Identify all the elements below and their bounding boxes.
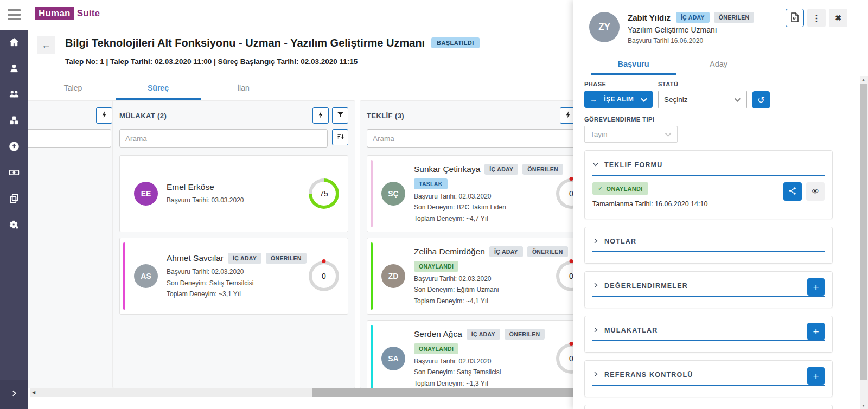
- add-evaluation-button[interactable]: +: [807, 278, 825, 296]
- column-title: TEKLİF (3): [367, 107, 557, 120]
- tab-talep[interactable]: Talep: [30, 77, 116, 100]
- panel-tabs: Başvuru Aday: [573, 54, 868, 75]
- candidate-card[interactable]: SA Serden Ağca İÇ ADAY ÖNERILEN ONAYLAND…: [367, 320, 596, 397]
- section-notes-header[interactable]: NOTLAR: [592, 237, 825, 246]
- lightning-icon: [100, 111, 108, 121]
- quick-actions-button[interactable]: [96, 107, 112, 124]
- alert-dot: [322, 259, 326, 263]
- section-underline: [592, 251, 825, 252]
- tab-ilan[interactable]: İlan: [201, 77, 286, 100]
- process-meta: Talep No: 1 | Talep Tarihi: 02.03.2020 1…: [65, 57, 358, 66]
- status-label: STATÜ: [658, 81, 747, 87]
- sidebar-item-profile[interactable]: [0, 56, 28, 82]
- candidate-card[interactable]: EE Emel Erköse Başvuru Tarihi: 03.03.202…: [119, 155, 348, 232]
- column-title: MÜLAKAT (2): [119, 107, 309, 120]
- sidebar-item-payroll[interactable]: [0, 161, 28, 187]
- sidebar-item-organization[interactable]: [0, 82, 28, 108]
- add-reference-button[interactable]: +: [807, 367, 825, 385]
- horizontal-scrollbar[interactable]: ◀: [30, 388, 573, 397]
- logo-primary: Human: [35, 7, 74, 20]
- column-teklif: TEKLİF (3) SÇ Sunkar Çetinkaya İÇ ADAY Ö…: [360, 100, 603, 388]
- last-experience: Son Deneyim: B2C Takım Lideri: [414, 202, 548, 213]
- offer-status-badge: ONAYLANDI: [414, 261, 458, 272]
- candidate-card[interactable]: ZD Zeliha Demirdöğen İÇ ADAY ÖNERILEN ON…: [367, 238, 596, 315]
- share-offer-button[interactable]: [783, 182, 802, 201]
- section-evaluations-header[interactable]: DEĞERLENDIRMELER: [592, 281, 825, 291]
- candidate-card[interactable]: SÇ Sunkar Çetinkaya İÇ ADAY ÖNERILEN TAS…: [367, 155, 596, 232]
- internal-candidate-badge: İÇ ADAY: [676, 12, 710, 23]
- candidate-avatar: ZY: [589, 12, 620, 42]
- status-dropdown[interactable]: Seçiniz: [658, 91, 747, 108]
- sort-button[interactable]: [332, 129, 348, 145]
- candidate-card[interactable]: AS Ahmet Savcılar İÇ ADAY ÖNERILEN Başvu…: [119, 238, 348, 315]
- process-tabs: Talep Süreç İlan: [30, 77, 286, 100]
- filter-icon: [336, 111, 344, 121]
- candidate-position: Yazılım Geliştirme Uzmanı: [628, 25, 717, 34]
- preview-offer-button[interactable]: 👁: [806, 182, 825, 201]
- search-input[interactable]: [119, 129, 328, 148]
- offer-approved-badge: ✓ONAYLANDI: [592, 182, 648, 195]
- section-interviews: MÜLAKATLAR +: [584, 316, 833, 353]
- home-icon: [9, 37, 20, 50]
- modules-icon: [9, 115, 20, 128]
- search-input[interactable]: [367, 129, 575, 148]
- more-options-button[interactable]: ⋮: [807, 9, 826, 27]
- application-date: Başvuru Tarihi: 02.03.2020: [167, 267, 301, 277]
- check-icon: ✓: [598, 185, 603, 192]
- export-pdf-button[interactable]: [786, 9, 804, 27]
- tab-basvuru[interactable]: Başvuru: [591, 54, 676, 75]
- candidate-name: Zabit Yıldız: [628, 13, 671, 22]
- section-interviews-header[interactable]: MÜLAKATLAR: [592, 325, 825, 335]
- add-interview-button[interactable]: +: [807, 323, 825, 340]
- status-history-button[interactable]: ↺: [752, 91, 770, 108]
- candidate-name: Sunkar Çetinkaya: [414, 164, 480, 174]
- payroll-icon: [9, 167, 20, 180]
- chevron-right-icon: [592, 281, 604, 291]
- sidebar-item-settings[interactable]: [0, 213, 28, 239]
- lightning-icon: [564, 111, 572, 121]
- internal-candidate-badge: İÇ ADAY: [228, 253, 261, 264]
- sidebar-expand-button[interactable]: [0, 380, 28, 409]
- section-reference-check-header[interactable]: REFERANS KONTROLÜ: [592, 370, 825, 380]
- chevron-right-icon: [592, 370, 604, 380]
- sidebar-item-modules[interactable]: [0, 108, 28, 135]
- sidebar-item-documents[interactable]: [0, 187, 28, 213]
- page-title: Bilgi Teknolojileri Alt Fonksiyonu - Uzm…: [65, 37, 480, 49]
- last-experience: Son Deneyim: Satış Temsilcisi: [414, 367, 548, 378]
- quick-actions-button[interactable]: [312, 107, 329, 124]
- section-offer-form-header[interactable]: TEKLIF FORMU: [592, 160, 825, 170]
- last-experience: Son Deneyim: Satış Temsilcisi: [167, 278, 301, 289]
- section-underline: [592, 296, 825, 297]
- scroll-up-arrow-icon[interactable]: ▲: [861, 78, 865, 81]
- card-color-stripe: [371, 325, 373, 392]
- section-underline: [592, 340, 825, 341]
- scroll-left-arrow-icon[interactable]: ◀: [32, 390, 35, 395]
- eye-icon: 👁: [812, 187, 819, 196]
- panel-scrollbar[interactable]: ▲ ▼: [860, 76, 868, 409]
- assignment-type-dropdown[interactable]: Tayin: [584, 126, 678, 143]
- scroll-down-arrow-icon[interactable]: ▼: [861, 404, 865, 407]
- filter-button[interactable]: [332, 107, 348, 124]
- sidebar-nav: [0, 30, 28, 409]
- sidebar-item-upload[interactable]: [0, 135, 28, 161]
- phase-label: PHASE: [584, 81, 653, 87]
- internal-candidate-badge: İÇ ADAY: [467, 329, 500, 340]
- sidebar-item-home[interactable]: [0, 30, 28, 56]
- avatar: SÇ: [381, 182, 405, 206]
- avatar: ZD: [381, 264, 405, 288]
- status-badge: BAŞLATILDI: [431, 37, 480, 48]
- total-experience: Toplam Deneyim: ~3,1 Yıl: [167, 289, 301, 299]
- tab-surec[interactable]: Süreç: [116, 77, 201, 100]
- section-sent-emails: GÖNDERILEN MAILLER: [584, 405, 833, 409]
- hamburger-menu-icon[interactable]: [8, 9, 22, 21]
- horizontal-scrollbar-thumb[interactable]: [312, 388, 573, 397]
- close-panel-button[interactable]: ✖: [829, 9, 847, 27]
- application-date: Başvuru Tarihi: 02.03.2020: [414, 274, 548, 284]
- section-evaluations: DEĞERLENDIRMELER +: [584, 271, 833, 308]
- recommended-badge: ÖNERILEN: [266, 253, 307, 264]
- tab-aday[interactable]: Aday: [676, 54, 761, 75]
- recommended-badge: ÖNERILEN: [505, 329, 545, 340]
- panel-scrollbar-thumb[interactable]: [860, 84, 867, 380]
- phase-dropdown[interactable]: → İŞE ALIM: [584, 91, 653, 108]
- back-button[interactable]: ←: [37, 36, 55, 54]
